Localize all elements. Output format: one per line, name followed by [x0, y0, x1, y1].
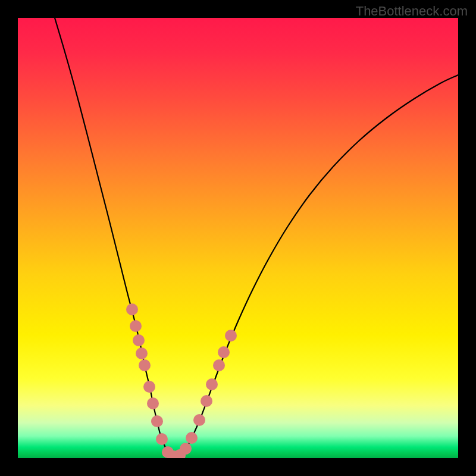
- data-point-marker: [180, 443, 192, 455]
- data-point-marker: [206, 378, 218, 390]
- data-point-marker: [130, 320, 142, 332]
- data-point-marker: [201, 395, 212, 407]
- data-point-marker: [156, 433, 168, 445]
- marker-layer: [18, 18, 458, 458]
- data-point-marker: [136, 347, 148, 359]
- data-point-marker: [133, 334, 145, 346]
- data-point-marker: [225, 330, 237, 342]
- data-point-marker: [213, 359, 225, 371]
- data-point-marker: [143, 381, 155, 393]
- data-point-marker: [126, 303, 138, 315]
- watermark-text: TheBottleneck.com: [356, 4, 468, 19]
- data-point-marker: [139, 359, 151, 371]
- data-point-marker: [218, 346, 230, 358]
- plot-area: [18, 18, 458, 458]
- data-point-marker: [193, 414, 205, 426]
- data-point-marker: [147, 397, 159, 409]
- data-point-marker: [151, 415, 163, 427]
- marker-group: [126, 303, 237, 458]
- data-point-marker: [186, 432, 198, 444]
